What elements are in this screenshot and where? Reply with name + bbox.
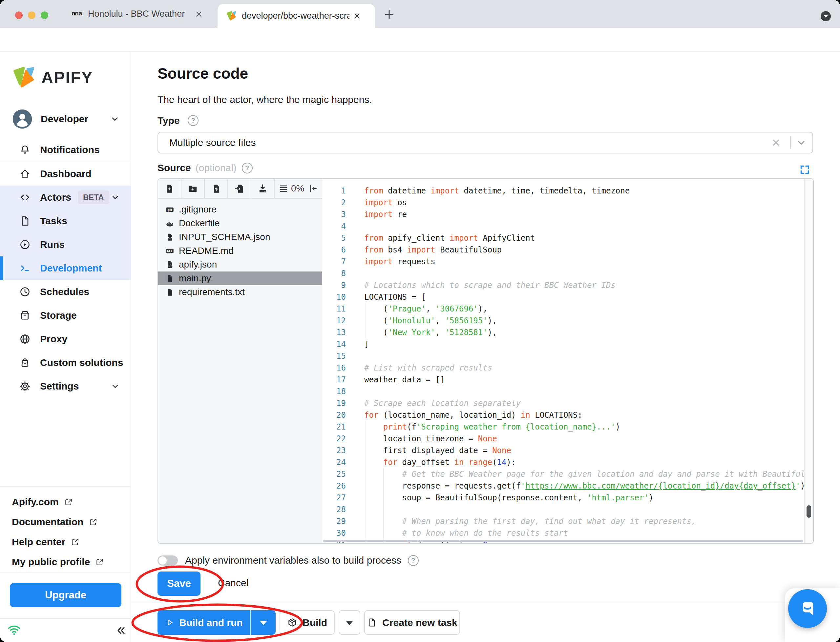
tab-bbc-weather[interactable]: BBC Honolulu - BBC Weather xyxy=(62,0,215,28)
traffic-light-minimize[interactable] xyxy=(28,11,36,19)
chat-bubble-button[interactable] xyxy=(788,589,827,628)
sidebar-link-my-public-profile[interactable]: My public profile xyxy=(12,554,104,570)
sidebar-item-settings[interactable]: Settings xyxy=(0,374,131,398)
new-file-button[interactable] xyxy=(158,179,182,198)
file-name: requirements.txt xyxy=(179,287,245,297)
horizontal-scrollbar[interactable] xyxy=(322,539,804,543)
sidebar-item-actors[interactable]: ActorsBETA xyxy=(0,186,131,209)
env-vars-toggle-row: Apply environment variables also to buil… xyxy=(158,555,419,566)
sidebar-item-notifications[interactable]: Notifications xyxy=(0,138,131,162)
scroll-thumb[interactable] xyxy=(806,505,811,518)
file-name: main.py xyxy=(179,273,211,284)
sidebar-item-storage[interactable]: Storage xyxy=(0,304,131,327)
new-folder-button[interactable] xyxy=(182,179,205,198)
sidebar-item-schedules[interactable]: Schedules xyxy=(0,280,131,304)
sidebar-item-runs[interactable]: Runs xyxy=(0,233,131,256)
list-icon xyxy=(279,183,288,193)
toggle-knob xyxy=(159,556,167,565)
save-button[interactable]: Save xyxy=(158,572,200,596)
tab-apify-console[interactable]: developer/bbc-weather-scrape xyxy=(218,4,375,28)
file-item-Dockerfile[interactable]: Dockerfile xyxy=(158,216,322,230)
build-and-run-button[interactable]: Build and run xyxy=(158,610,250,635)
sidebar-item-label: Tasks xyxy=(40,216,67,227)
build-and-run-dropdown[interactable] xyxy=(251,610,276,635)
sidebar-item-label: Runs xyxy=(40,239,65,250)
divider xyxy=(0,618,131,619)
line-number: 8 xyxy=(322,268,346,279)
file-item-main-py[interactable]: main.py xyxy=(158,271,322,285)
apify-logo[interactable]: APIFY xyxy=(12,66,93,89)
code-line-5: 5from apify_client import ApifyClient xyxy=(322,232,804,244)
download-file-button[interactable] xyxy=(251,179,275,198)
sidebar-link-documentation[interactable]: Documentation xyxy=(12,514,98,530)
git-icon: git xyxy=(166,205,174,214)
bag-icon xyxy=(19,357,31,368)
file-item-INPUT-SCHEMA-json[interactable]: </>INPUT_SCHEMA.json xyxy=(158,230,322,244)
upload-file-button[interactable] xyxy=(205,179,228,198)
code-editor[interactable]: 1from datetime import datetime, time, ti… xyxy=(322,179,804,543)
scroll-thumb[interactable] xyxy=(323,540,803,542)
help-icon[interactable]: ? xyxy=(242,163,253,173)
code-line-17: 17weather_data = [] xyxy=(322,374,804,386)
code-line-4: 4 xyxy=(322,220,804,232)
account-switcher[interactable]: Developer xyxy=(0,106,131,132)
build-dropdown[interactable] xyxy=(339,610,360,635)
file-item-requirements-txt[interactable]: requirements.txt xyxy=(158,285,322,299)
code-line-19: 19# Scrape each location separately xyxy=(322,397,804,409)
sidebar-nav: DashboardActorsBETATasksRunsDevelopmentS… xyxy=(0,162,131,398)
help-icon[interactable]: ? xyxy=(188,115,198,126)
code-line-18: 18 xyxy=(322,386,804,397)
sidebar-item-tasks[interactable]: Tasks xyxy=(0,209,131,233)
traffic-light-close[interactable] xyxy=(15,11,23,19)
bell-icon xyxy=(19,144,31,156)
chevron-down-icon[interactable] xyxy=(796,138,806,148)
wifi-status-icon xyxy=(6,622,22,637)
line-number: 6 xyxy=(322,244,346,256)
zoom-control[interactable]: 0% xyxy=(279,179,304,198)
sidebar-link-help-center[interactable]: Help center xyxy=(12,534,80,550)
sidebar-item-label: Actors xyxy=(40,192,71,203)
upgrade-button[interactable]: Upgrade xyxy=(10,583,122,607)
traffic-light-zoom[interactable] xyxy=(41,11,48,19)
clear-icon[interactable] xyxy=(771,138,781,148)
caret-down-icon xyxy=(260,621,267,629)
line-number: 17 xyxy=(322,374,346,386)
sidebar-item-label: Storage xyxy=(40,310,77,321)
code-line-30: 30 # to know when do the results start xyxy=(322,527,804,539)
env-vars-toggle[interactable] xyxy=(158,555,178,566)
json-icon: </> xyxy=(166,233,174,242)
source-editor: 0% git.gitignoreDockerfile</>INPUT_SCHEM… xyxy=(158,178,814,544)
storage-icon xyxy=(19,310,31,321)
vertical-scrollbar[interactable] xyxy=(804,179,813,543)
type-select[interactable]: Multiple source files xyxy=(158,132,813,154)
fullscreen-icon[interactable] xyxy=(799,164,810,175)
sidebar-item-custom-solutions[interactable]: Custom solutions xyxy=(0,351,131,374)
file-item-README-md[interactable]: M↓README.md xyxy=(158,244,322,258)
new-tab-button[interactable] xyxy=(383,8,396,21)
file-name: INPUT_SCHEMA.json xyxy=(179,232,270,242)
line-number: 15 xyxy=(322,350,346,362)
file-icon xyxy=(19,215,31,227)
import-file-button[interactable] xyxy=(228,179,251,198)
collapse-panel-icon[interactable] xyxy=(309,179,318,198)
cancel-button[interactable]: Cancel xyxy=(218,577,249,588)
code-line-23: 23 first_displayed_date = None xyxy=(322,444,804,456)
tab-close-icon[interactable] xyxy=(352,11,362,21)
file-item-apify-json[interactable]: </>apify.json xyxy=(158,258,322,271)
sidebar-item-proxy[interactable]: Proxy xyxy=(0,327,131,351)
create-new-task-button[interactable]: Create new task xyxy=(364,610,460,635)
collapse-sidebar-icon[interactable] xyxy=(114,625,126,636)
tab-search-button[interactable] xyxy=(821,11,831,21)
play-circle-icon xyxy=(19,239,31,251)
svg-text:</>: </> xyxy=(167,264,172,267)
line-number: 9 xyxy=(322,279,346,291)
indent-guide xyxy=(365,421,366,543)
sidebar-item-development[interactable]: Development xyxy=(0,256,131,280)
tab-close-icon[interactable] xyxy=(194,9,204,19)
sidebar-link-apify-com[interactable]: Apify.com xyxy=(12,494,73,510)
help-icon[interactable]: ? xyxy=(408,555,419,566)
sidebar-item-dashboard[interactable]: Dashboard xyxy=(0,162,131,186)
build-button[interactable]: Build xyxy=(279,610,335,635)
home-icon xyxy=(19,168,31,180)
file-item--gitignore[interactable]: git.gitignore xyxy=(158,203,322,216)
